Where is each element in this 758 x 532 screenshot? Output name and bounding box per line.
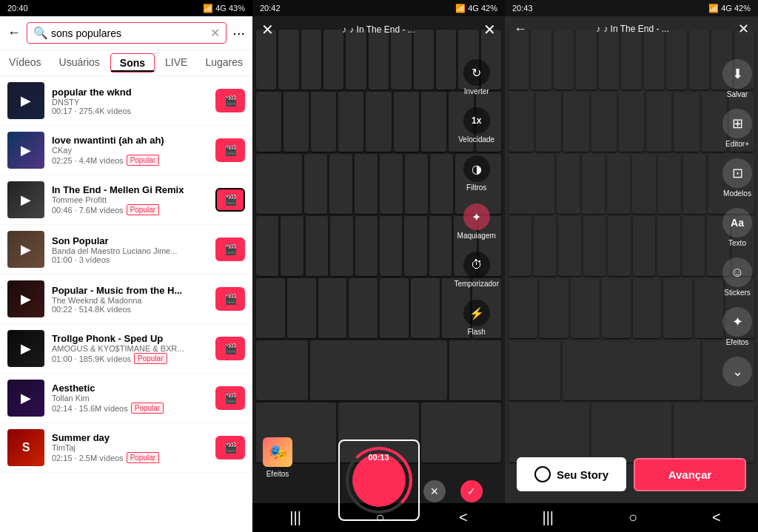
play-icon: ▶ [21, 340, 31, 357]
song-title: Trollge Phonk - Sped Up [52, 333, 208, 344]
action-row: Seu Story Avançar [505, 450, 758, 503]
tool-label-texto: Texto [728, 239, 746, 247]
tabs-row: Vídeos Usuários Sons LIVE Lugares Has [0, 50, 252, 76]
panel-search: 20:40 📶 4G 43% ← 🔍 ✕ ··· Vídeos Usuários… [0, 0, 252, 532]
use-song-button-highlighted[interactable]: 🎬 [215, 188, 245, 212]
status-bar-2: 20:42 📶 4G 42% [252, 0, 505, 16]
play-icon: ▶ [21, 142, 31, 158]
seu-story-button[interactable]: Seu Story [517, 457, 626, 491]
seu-story-label: Seu Story [557, 468, 608, 481]
song-title: Aesthetic [52, 383, 208, 394]
use-song-button[interactable]: 🎬 [215, 238, 245, 261]
nav-menu-icon-3[interactable]: ||| [542, 509, 554, 526]
use-song-button[interactable]: 🎬 [215, 89, 245, 112]
music-label-3: ♪ ♪ In The End - ... [596, 24, 669, 34]
inverter-icon: ↻ [463, 59, 490, 86]
tool-temporizador[interactable]: ⏱ Temporizador [454, 252, 499, 288]
use-song-button[interactable]: 🎬 [215, 287, 245, 311]
tool-modelos[interactable]: ⊡ Modelos [722, 158, 752, 198]
tool-label-maquiagem: Maquiagem [457, 232, 496, 240]
popular-badge: Popular [127, 452, 159, 463]
tool-label-temporizador: Temporizador [454, 280, 499, 288]
close-button-3[interactable]: ✕ [738, 21, 749, 37]
tool-flash[interactable]: ⚡ Flash [463, 300, 490, 336]
tab-sons[interactable]: Sons [110, 53, 155, 73]
record-confirm-button[interactable]: ✓ [460, 480, 483, 502]
song-thumbnail: ▶ [7, 330, 44, 367]
record-cancel-button[interactable]: ✕ [423, 480, 446, 502]
status-icons-3: 📶 4G 42% [708, 4, 751, 13]
camera-icon: 🎬 [224, 343, 237, 354]
avancar-button[interactable]: Avançar [634, 458, 746, 491]
tool-inverter[interactable]: ↻ Inverter [463, 59, 490, 95]
nav-back-icon-3[interactable]: < [712, 509, 721, 526]
velocidade-icon: 1x [463, 107, 490, 134]
close-button-2[interactable]: ✕ [483, 21, 496, 38]
camera-icon: 🎬 [224, 243, 237, 255]
tool-efeitos[interactable]: ✦ Efeitos [722, 307, 752, 346]
nav-home-icon-3[interactable]: ○ [628, 509, 637, 526]
music-title: ♪ In The End - ... [349, 24, 415, 35]
song-meta: 02:25 · 4.4M vídeos Popular [52, 155, 208, 166]
editor-top-bar: ← ♪ ♪ In The End - ... ✕ [505, 16, 758, 41]
popular-badge: Popular [127, 204, 159, 215]
tool-editor[interactable]: ⊞ Editor+ [722, 109, 752, 148]
tool-texto[interactable]: Aa Texto [722, 208, 752, 247]
filtros-icon: ◑ [463, 155, 490, 182]
close-button[interactable]: ✕ [261, 21, 274, 38]
song-thumbnail: ▶ [7, 132, 44, 169]
use-song-button[interactable]: 🎬 [215, 386, 245, 410]
play-icon: ▶ [21, 192, 31, 208]
tool-stickers[interactable]: ☺ Stickers [722, 257, 752, 297]
play-icon: ▶ [21, 390, 31, 406]
list-item: ▶ Trollge Phonk - Sped Up AMOGUS & KYO$T… [0, 324, 252, 374]
song-thumbnail: ▶ [7, 380, 44, 417]
use-song-button[interactable]: 🎬 [215, 436, 245, 459]
song-artist: Banda del Maestro Luciano Jime... [52, 246, 208, 255]
panel-camera: 20:42 📶 4G 42% ✕ ♪ ♪ In The End - ... ✕ … [252, 0, 505, 532]
tab-live[interactable]: LIVE [156, 50, 196, 75]
song-info: In The End - Mellen Gi Remix Tommee Prof… [52, 184, 208, 215]
list-item: ▶ Son Popular Banda del Maestro Luciano … [0, 225, 252, 275]
tab-usuarios[interactable]: Usuários [50, 50, 109, 75]
status-time-2: 20:42 [260, 4, 281, 13]
camera-top-bar: ✕ ♪ ♪ In The End - ... ✕ [252, 16, 505, 43]
status-bar-1: 20:40 📶 4G 43% [0, 0, 252, 16]
back-button[interactable]: ← [7, 25, 21, 41]
story-circle-icon [534, 466, 551, 482]
camera-icon: 🎬 [224, 442, 237, 454]
nav-back-icon[interactable]: < [459, 509, 468, 526]
tool-maquiagem[interactable]: ✦ Maquiagem [457, 203, 496, 240]
efeitos-item[interactable]: 🎭 Efeitos [261, 436, 294, 478]
song-title: Summer day [52, 432, 208, 443]
song-title: love nwantinti (ah ah ah) [52, 135, 208, 146]
camera-icon: 🎬 [224, 95, 237, 107]
list-item: ▶ In The End - Mellen Gi Remix Tommee Pr… [0, 175, 252, 225]
tool-label-salvar: Salvar [727, 90, 748, 98]
search-input[interactable] [51, 27, 210, 39]
stickers-icon: ☺ [722, 257, 752, 287]
thumb-letter: S [22, 441, 30, 454]
use-song-button[interactable]: 🎬 [215, 138, 245, 162]
tab-videos[interactable]: Vídeos [0, 50, 50, 75]
play-icon: ▶ [21, 241, 31, 257]
tool-more[interactable]: ⌄ [722, 357, 752, 386]
back-button-3[interactable]: ← [514, 21, 527, 37]
popular-badge: Popular [134, 353, 167, 364]
maquiagem-icon: ✦ [463, 203, 490, 230]
more-button[interactable]: ··· [232, 24, 245, 41]
use-song-button[interactable]: 🎬 [215, 337, 245, 360]
search-clear-icon[interactable]: ✕ [210, 26, 220, 40]
popular-badge: Popular [131, 403, 164, 414]
tab-lugares[interactable]: Lugares [196, 50, 252, 75]
nav-menu-icon[interactable]: ||| [289, 509, 301, 526]
tool-filtros[interactable]: ◑ Filtros [463, 155, 490, 192]
play-icon: ▶ [21, 92, 31, 109]
efeito-thumbnail: 🎭 [261, 436, 294, 468]
editor-bottom-area: Seu Story Avançar ||| ○ < [505, 450, 758, 532]
modelos-icon: ⊡ [722, 158, 752, 188]
tool-salvar[interactable]: ⬇ Salvar [722, 59, 752, 98]
tool-velocidade[interactable]: 1x Velocidade [458, 107, 494, 144]
search-input-wrapper: 🔍 ✕ [27, 22, 227, 44]
list-item: ▶ Aesthetic Tollan Kim 02:14 · 15.6M víd… [0, 374, 252, 423]
